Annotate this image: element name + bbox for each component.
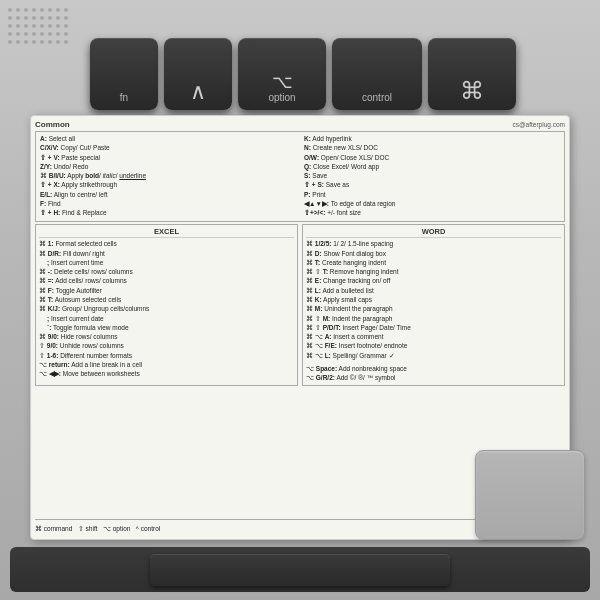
spacebar-key[interactable] [150,554,450,586]
excel-entry: ⌘ D/R: Fill down/ right [39,250,294,259]
keyboard-row: fn∧⌥optioncontrol⌘ [90,10,590,110]
common-entry: Q: Close Excel/ Word app [304,163,560,172]
bottom-sections: EXCEL ⌘ 1: Format selected cells ⌘ D/R: … [35,224,565,386]
word-entry: ⌘ M: Unindent the paragraph [306,305,561,314]
word-entry: ⌘ ⌥ F/E: Insert footnote/ endnote [306,342,561,351]
word-entry: ⌘ L: Add a bulleted list [306,287,561,296]
common-entry: C/X/V: Copy/ Cut/ Paste [40,144,296,153]
common-entry: P: Print [304,191,560,200]
excel-entry: `: Toggle formula view mode [39,324,294,333]
word-entry: ⌘ ⇧ M: Indent the paragraph [306,315,561,324]
laptop-background: fn∧⌥optioncontrol⌘ .keyboard-row { displ… [0,0,600,600]
footer-keys-label: ⌘ command ⇧ shift ⌥ option ^ control [35,525,160,533]
common-left-col: A: Select all C/X/V: Copy/ Cut/ Paste ⇧ … [40,135,296,218]
common-entry: ⇧ + X: Apply strikethrough [40,181,296,190]
word-entry: ⌘ 1/2/5: 1/ 2/ 1.5-line spacing [306,240,561,249]
word-entry: ⌘ K: Apply small caps [306,296,561,305]
word-entry: ⌘ ⇧ P/D/T: Insert Page/ Date/ Time [306,324,561,333]
common-entry: ⇧ + V: Paste special [40,154,296,163]
common-entry: ⇧ + S: Save as [304,181,560,190]
common-entry: ⌘ B/I/U: Apply bold/ italic/ underline [40,172,296,181]
common-entry: Z/Y: Undo/ Redo [40,163,296,172]
excel-entry: ⌘ 9/0: Hide rows/ columns [39,333,294,342]
excel-entry: ⌥ ◀▶: Move between worksheets [39,370,294,379]
excel-entry: ⌘ F: Toggle Autofilter [39,287,294,296]
excel-entry: ; Insert current date [39,315,294,324]
excel-entry: ⌘ =: Add cells/ rows/ columns [39,277,294,286]
excel-entry: ⌘ T: Autosum selected cells [39,296,294,305]
word-entry: ⌥ Space: Add nonbreaking space [306,365,561,374]
control-key[interactable]: control [332,38,422,110]
excel-entry: ; Insert current time [39,259,294,268]
cheatsheet-header: Common cs@afterplug.com [35,120,565,129]
cheatsheet-brand: cs@afterplug.com [513,121,565,128]
key-4[interactable]: ⌘ [428,38,516,110]
common-entry: ⇧ + H: Find & Replace [40,209,296,218]
excel-section: EXCEL ⌘ 1: Format selected cells ⌘ D/R: … [35,224,298,386]
common-entry: S: Save [304,172,560,181]
common-section: A: Select all C/X/V: Copy/ Cut/ Paste ⇧ … [35,131,565,222]
excel-title: EXCEL [39,227,294,238]
word-section: WORD ⌘ 1/2/5: 1/ 2/ 1.5-line spacing ⌘ D… [302,224,565,386]
fn-key[interactable]: fn [90,38,158,110]
word-entry: ⌘ D: Show Font dialog box [306,250,561,259]
common-entry: F: Find [40,200,296,209]
excel-entry: ⌘ -: Delete cells/ rows/ columns [39,268,294,277]
common-entry: E/L: Align to centre/ left [40,191,296,200]
word-entry: ⌘ ⌥ A: Insert a comment [306,333,561,342]
excel-entry: ⌘ 1: Format selected cells [39,240,294,249]
excel-entry: ⌘ K/J: Group/ Ungroup cells/columns [39,305,294,314]
keyboard-bottom-bar [10,547,590,592]
word-entry: ⌘ E: Change tracking on/ off [306,277,561,286]
common-entry: K: Add hyperlink [304,135,560,144]
excel-entry: ⌥ return: Add a line break in a cell [39,361,294,370]
speaker-grille [8,8,88,63]
common-entry: O/W: Open/ Close XLS/ DOC [304,154,560,163]
word-entry: ⌥ G/R/2: Add ©/ ®/ ™ symbol [306,374,561,383]
excel-entry: ⇧ 1-6: Different number formats [39,352,294,361]
word-entry: ⌘ ⇧ T: Remove hanging indent [306,268,561,277]
word-entry: ⌘ ⌥ L: Spelling/ Grammar ✓ [306,352,561,361]
word-title: WORD [306,227,561,238]
common-entry: ◀▲▼▶: To edge of data region [304,200,560,209]
key-1[interactable]: ∧ [164,38,232,110]
common-entry: ⇧+>/<: +/- font size [304,209,560,218]
excel-entry: ⇧ 9/0: Unhide rows/ columns [39,342,294,351]
common-right-col: K: Add hyperlink N: Create new XLS/ DOC … [304,135,560,218]
trackpad[interactable] [475,450,585,540]
common-entry: N: Create new XLS/ DOC [304,144,560,153]
cheatsheet-title: Common [35,120,70,129]
option-key[interactable]: ⌥option [238,38,326,110]
word-entry: ⌘ T: Create hanging indent [306,259,561,268]
common-entry: A: Select all [40,135,296,144]
